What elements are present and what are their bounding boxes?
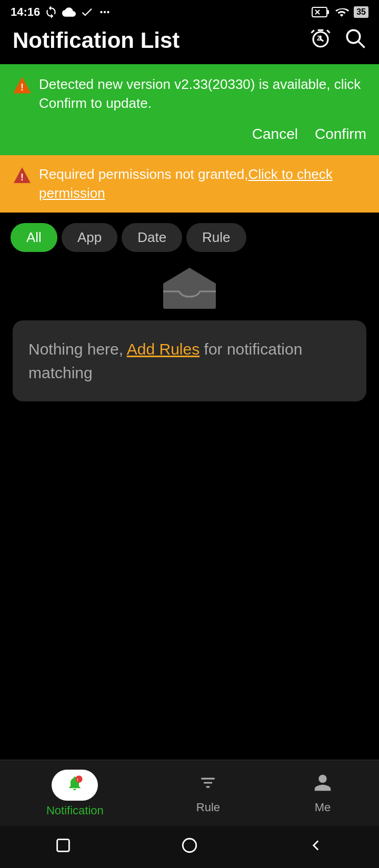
back-button[interactable] bbox=[307, 836, 325, 858]
add-rules-link[interactable]: Add Rules bbox=[127, 340, 200, 358]
permission-text: Required permissions not granted,Click t… bbox=[39, 165, 366, 203]
filter-tabs: All App Date Rule bbox=[0, 213, 379, 257]
status-time: 14:16 bbox=[11, 5, 40, 19]
more-icon bbox=[98, 5, 112, 19]
permission-banner: ! Required permissions not granted,Click… bbox=[0, 155, 379, 213]
nav-notification-label: Notification bbox=[46, 804, 104, 817]
sync-icon bbox=[44, 5, 58, 19]
wifi-icon bbox=[334, 5, 350, 19]
empty-state-card: Nothing here, Add Rules for notification… bbox=[13, 320, 366, 401]
tab-all[interactable]: All bbox=[11, 223, 57, 252]
bottom-nav: ! Notification Rule Me bbox=[0, 760, 379, 826]
inbox-area bbox=[0, 257, 379, 315]
cancel-button[interactable]: Cancel bbox=[252, 126, 298, 143]
snooze-icon[interactable]: Z bbox=[310, 27, 332, 54]
recent-apps-button[interactable] bbox=[54, 836, 72, 858]
cloud-icon bbox=[62, 5, 76, 19]
system-nav-bar bbox=[0, 826, 379, 868]
nav-rule[interactable]: Rule bbox=[196, 773, 220, 814]
person-icon bbox=[313, 773, 333, 798]
check-icon bbox=[80, 5, 94, 19]
warning-icon: ! bbox=[13, 76, 32, 95]
page-title: Notification List bbox=[13, 28, 179, 53]
empty-state-text: Nothing here, Add Rules for notification… bbox=[28, 337, 351, 385]
svg-rect-14 bbox=[57, 839, 69, 851]
status-right: 35 bbox=[312, 5, 368, 19]
home-button[interactable] bbox=[181, 836, 198, 858]
svg-text:!: ! bbox=[77, 778, 78, 782]
update-banner: ! Detected new version v2.33(20330) is a… bbox=[0, 64, 379, 155]
header-actions: Z bbox=[310, 27, 366, 54]
filter-icon bbox=[198, 773, 218, 798]
nav-notification[interactable]: ! Notification bbox=[46, 770, 104, 817]
permission-warning-icon: ! bbox=[13, 166, 32, 185]
nav-me[interactable]: Me bbox=[313, 773, 333, 814]
tab-app[interactable]: App bbox=[62, 223, 117, 252]
notification-pill: ! bbox=[52, 770, 98, 801]
svg-line-7 bbox=[358, 42, 364, 47]
svg-rect-0 bbox=[312, 7, 327, 17]
status-bar: 14:16 35 bbox=[0, 0, 379, 22]
svg-point-6 bbox=[347, 30, 360, 43]
bell-icon: ! bbox=[66, 775, 83, 795]
banner-actions: Cancel Confirm bbox=[13, 122, 366, 143]
battery-level: 35 bbox=[354, 6, 368, 18]
app-header: Notification List Z bbox=[0, 22, 379, 64]
status-left: 14:16 bbox=[11, 5, 112, 19]
nav-me-label: Me bbox=[315, 801, 331, 814]
nav-rule-label: Rule bbox=[196, 801, 220, 814]
search-icon[interactable] bbox=[344, 27, 366, 54]
inbox-tray-icon bbox=[158, 263, 221, 310]
confirm-button[interactable]: Confirm bbox=[315, 126, 366, 143]
svg-text:!: ! bbox=[21, 82, 24, 93]
svg-text:!: ! bbox=[21, 172, 24, 183]
tab-date[interactable]: Date bbox=[122, 223, 182, 252]
tab-rule[interactable]: Rule bbox=[186, 223, 246, 252]
svg-rect-1 bbox=[327, 10, 329, 14]
battery-x-icon bbox=[312, 6, 330, 18]
update-message: Detected new version v2.33(20330) is ava… bbox=[39, 75, 366, 113]
svg-text:Z: Z bbox=[317, 35, 321, 42]
svg-point-15 bbox=[183, 839, 196, 852]
